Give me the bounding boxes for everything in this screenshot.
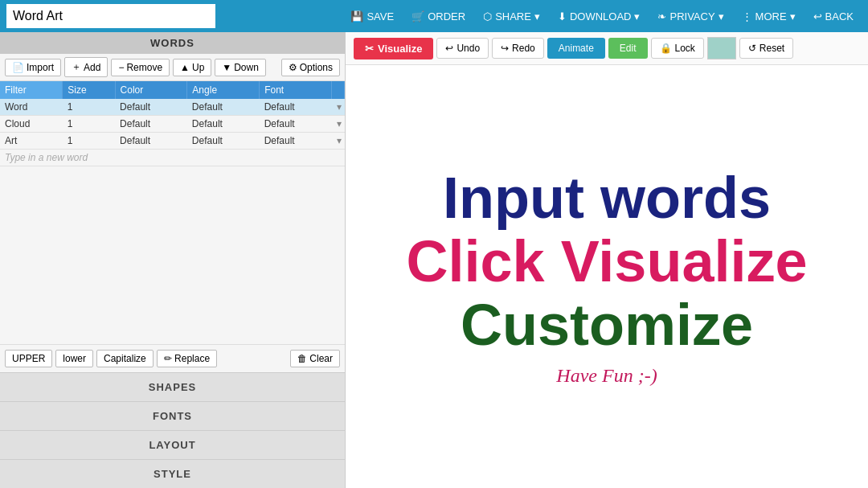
back-icon: ↩ (813, 10, 822, 23)
share-icon: ⬡ (483, 10, 492, 23)
header-actions: 💾 SAVE 🛒 ORDER ⬡ SHARE ▾ ⬇ DOWNLOAD ▾ ❧ … (342, 7, 862, 26)
cell-color: Default (115, 99, 187, 116)
canvas-line-2: Click Visualize (407, 230, 808, 293)
back-button[interactable]: ↩ BACK (805, 7, 862, 26)
lower-button[interactable]: lower (55, 350, 93, 367)
reset-button[interactable]: ↺ Reset (739, 38, 793, 59)
save-button[interactable]: 💾 SAVE (342, 7, 402, 26)
cell-font: Default (260, 99, 332, 116)
undo-icon: ↩ (445, 43, 453, 54)
share-dropdown-icon: ▾ (534, 10, 540, 23)
new-word-row[interactable]: Type in a new word (0, 150, 345, 166)
visualize-button[interactable]: ✂ Visualize (354, 38, 433, 59)
words-bottom-controls: UPPER lower Capitalize ✏ Replace 🗑 Clear (0, 344, 345, 372)
options-button[interactable]: ⚙ Options (281, 59, 340, 76)
remove-button[interactable]: − Remove (111, 59, 170, 76)
cell-font: Default (260, 133, 332, 150)
cell-arrow[interactable]: ▾ (332, 116, 345, 133)
add-icon: ＋ (72, 60, 81, 74)
down-button[interactable]: ▼ Down (215, 59, 266, 76)
import-button[interactable]: 📄 Import (5, 59, 61, 76)
cell-size: 1 (63, 116, 115, 133)
upper-button[interactable]: UPPER (5, 350, 52, 367)
lock-icon: 🔒 (660, 43, 672, 54)
cell-angle: Default (187, 99, 260, 116)
fonts-accordion[interactable]: FONTS (0, 401, 345, 430)
add-button[interactable]: ＋ Add (64, 57, 108, 77)
words-toolbar: 📄 Import ＋ Add − Remove ▲ Up ▼ Down ⚙ Op… (0, 54, 345, 81)
reset-icon: ↺ (748, 43, 756, 54)
save-icon: 💾 (350, 10, 363, 23)
color-swatch[interactable] (707, 37, 736, 59)
replace-icon: ✏ (164, 353, 172, 364)
trash-icon: 🗑 (297, 353, 307, 364)
cell-color: Default (115, 116, 187, 133)
download-dropdown-icon: ▾ (634, 10, 640, 23)
table-row[interactable]: Art 1 Default Default Default ▾ (0, 133, 345, 150)
capitalize-button[interactable]: Capitalize (96, 350, 154, 367)
col-size: Size (63, 81, 115, 99)
download-icon: ⬇ (558, 10, 567, 23)
col-angle: Angle (187, 81, 260, 99)
top-toolbar: ✂ Visualize ↩ Undo ↪ Redo Animate Edit 🔒… (346, 32, 868, 65)
left-panel: WORDS 📄 Import ＋ Add − Remove ▲ Up ▼ Dow (0, 32, 346, 488)
cell-size: 1 (63, 99, 115, 116)
col-font: Font (260, 81, 332, 99)
share-button[interactable]: ⬡ SHARE ▾ (475, 7, 548, 26)
title-input[interactable] (6, 4, 215, 28)
remove-icon: − (118, 62, 124, 73)
up-icon: ▲ (180, 62, 190, 73)
order-button[interactable]: 🛒 ORDER (403, 7, 473, 26)
more-button[interactable]: ⋮ MORE ▾ (734, 7, 804, 26)
cell-word[interactable]: Art (0, 133, 63, 150)
canvas-line-3: Customize (461, 293, 753, 357)
down-icon: ▼ (222, 62, 231, 73)
download-button[interactable]: ⬇ DOWNLOAD ▾ (550, 7, 649, 26)
col-filter: Filter (0, 81, 63, 99)
canvas-line-4: Have Fun ;-) (556, 365, 657, 387)
cell-word[interactable]: Word (0, 99, 63, 116)
options-icon: ⚙ (289, 62, 297, 73)
lock-button[interactable]: 🔒 Lock (651, 38, 704, 59)
cell-word[interactable]: Cloud (0, 116, 63, 133)
more-dropdown-icon: ▾ (790, 10, 796, 23)
privacy-button[interactable]: ❧ PRIVACY ▾ (649, 7, 731, 26)
order-icon: 🛒 (411, 10, 424, 23)
words-table: Filter Size Color Angle Font Word 1 Defa… (0, 81, 345, 166)
cell-color: Default (115, 133, 187, 150)
edit-button[interactable]: Edit (608, 38, 648, 59)
app-header: 💾 SAVE 🛒 ORDER ⬡ SHARE ▾ ⬇ DOWNLOAD ▾ ❧ … (0, 0, 868, 32)
canvas-area: Input words Click Visualize Customize Ha… (346, 65, 868, 488)
layout-accordion[interactable]: LAYOUT (0, 430, 345, 459)
clear-button[interactable]: 🗑 Clear (290, 350, 340, 367)
up-button[interactable]: ▲ Up (173, 59, 211, 76)
right-panel: ✂ Visualize ↩ Undo ↪ Redo Animate Edit 🔒… (346, 32, 868, 488)
col-color: Color (115, 81, 187, 99)
table-row[interactable]: Word 1 Default Default Default ▾ (0, 99, 345, 116)
words-table-container[interactable]: Filter Size Color Angle Font Word 1 Defa… (0, 81, 345, 344)
cell-arrow[interactable]: ▾ (332, 133, 345, 150)
redo-icon: ↪ (501, 43, 509, 54)
new-word-placeholder[interactable]: Type in a new word (0, 150, 345, 166)
cell-arrow[interactable]: ▾ (332, 99, 345, 116)
privacy-dropdown-icon: ▾ (719, 10, 724, 23)
canvas-line-1: Input words (443, 166, 771, 230)
col-action (332, 81, 345, 99)
main-layout: WORDS 📄 Import ＋ Add − Remove ▲ Up ▼ Dow (0, 32, 868, 488)
import-icon: 📄 (12, 62, 24, 73)
animate-button[interactable]: Animate (547, 38, 605, 59)
cell-angle: Default (187, 116, 260, 133)
redo-button[interactable]: ↪ Redo (492, 38, 544, 59)
privacy-icon: ❧ (657, 10, 666, 23)
replace-button[interactable]: ✏ Replace (157, 350, 217, 367)
table-row[interactable]: Cloud 1 Default Default Default ▾ (0, 116, 345, 133)
undo-button[interactable]: ↩ Undo (436, 38, 489, 59)
cell-angle: Default (187, 133, 260, 150)
words-section-header: WORDS (0, 32, 345, 54)
cell-size: 1 (63, 133, 115, 150)
visualize-icon: ✂ (365, 43, 374, 55)
shapes-accordion[interactable]: SHAPES (0, 372, 345, 401)
style-accordion[interactable]: STYLE (0, 459, 345, 488)
cell-font: Default (260, 116, 332, 133)
more-icon: ⋮ (742, 10, 752, 23)
